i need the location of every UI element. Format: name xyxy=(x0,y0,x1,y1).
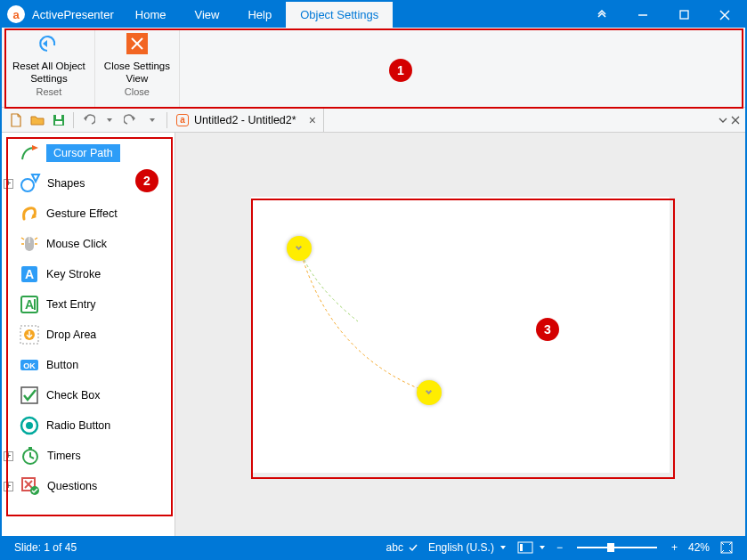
canvas-area[interactable] xyxy=(175,133,745,536)
expand-icon[interactable]: + xyxy=(4,179,13,189)
undo-dropdown[interactable] xyxy=(99,110,120,131)
fit-to-window-button[interactable] xyxy=(715,541,738,554)
undo-button[interactable] xyxy=(77,110,99,131)
mouse-click-icon xyxy=(18,232,41,256)
expand-icon[interactable]: + xyxy=(4,451,13,461)
sidebar-item-label: Gesture Effect xyxy=(46,207,118,220)
sidebar-item-label: Questions xyxy=(47,480,97,492)
check-box-icon xyxy=(18,384,41,407)
view-mode-button[interactable] xyxy=(512,541,551,554)
svg-rect-9 xyxy=(55,121,62,125)
status-bar: Slide: 1 of 45 abc English (U.S.) − + 42… xyxy=(2,536,745,558)
sidebar-item-label: Button xyxy=(46,359,78,371)
svg-text:A: A xyxy=(25,297,34,312)
chevron-down-icon xyxy=(539,544,546,551)
maximize-button[interactable] xyxy=(663,2,704,28)
slide-counter[interactable]: Slide: 1 of 45 xyxy=(9,541,82,554)
questions-icon xyxy=(19,475,42,498)
open-file-button[interactable] xyxy=(27,110,48,131)
sidebar-item-key-stroke[interactable]: A Key Stroke xyxy=(2,259,175,289)
sidebar-item-text-entry[interactable]: A Text Entry xyxy=(2,289,175,320)
sidebar-item-label: Key Stroke xyxy=(46,268,101,280)
quick-access-toolbar: a Untitled2 - Untitled2* × xyxy=(2,108,745,133)
redo-button[interactable] xyxy=(120,110,142,131)
radio-button-icon xyxy=(18,414,41,437)
svg-rect-34 xyxy=(520,544,523,551)
sidebar-item-mouse-click[interactable]: Mouse Click xyxy=(2,229,175,259)
tab-view[interactable]: View xyxy=(180,2,233,28)
sidebar-item-label: Cursor Path xyxy=(46,144,120,162)
sidebar-item-shapes[interactable]: + Shapes xyxy=(2,168,175,199)
svg-point-12 xyxy=(21,179,34,191)
panel-dropdown-button[interactable] xyxy=(717,116,729,125)
save-button[interactable] xyxy=(48,110,69,131)
ribbon-group-close: Close Settings View Close xyxy=(95,29,180,107)
reset-all-object-settings-button[interactable]: Reset All Object Settings xyxy=(12,31,85,85)
shapes-icon xyxy=(19,172,42,195)
document-tab-close[interactable]: × xyxy=(309,113,316,127)
close-label-2: View xyxy=(126,72,149,85)
ribbon-group-reset: Reset All Object Settings Reset xyxy=(4,29,95,107)
redo-dropdown[interactable] xyxy=(142,110,163,131)
button-icon: OK xyxy=(18,353,41,377)
text-entry-icon: A xyxy=(18,293,41,316)
zoom-slider[interactable] xyxy=(577,547,657,548)
expand-icon[interactable]: + xyxy=(4,482,13,491)
cursor-path-curve xyxy=(251,197,670,473)
svg-rect-1 xyxy=(680,11,688,19)
sidebar-item-radio-button[interactable]: Radio Button xyxy=(2,410,175,441)
zoom-out-button[interactable]: − xyxy=(551,541,568,554)
sidebar-item-label: Drop Area xyxy=(46,329,96,341)
sidebar-item-label: Shapes xyxy=(47,177,85,190)
sidebar-item-label: Mouse Click xyxy=(46,238,107,250)
close-button[interactable] xyxy=(704,2,745,28)
svg-text:OK: OK xyxy=(23,361,36,370)
sidebar-item-timers[interactable]: + Timers xyxy=(2,441,175,471)
zoom-level[interactable]: 42% xyxy=(683,541,715,554)
sidebar-item-questions[interactable]: + Questions xyxy=(2,471,175,501)
spellcheck-indicator[interactable]: abc xyxy=(381,541,423,554)
reset-label-1: Reset All Object xyxy=(12,60,85,72)
gesture-effect-icon xyxy=(18,202,41,225)
ribbon: Reset All Object Settings Reset Close Se… xyxy=(2,28,745,108)
drop-area-icon xyxy=(18,323,41,346)
document-tab[interactable]: a Untitled2 - Untitled2* × xyxy=(171,108,324,132)
svg-rect-28 xyxy=(28,447,32,450)
svg-rect-8 xyxy=(56,115,61,119)
reset-label-2: Settings xyxy=(30,72,68,85)
timers-icon xyxy=(19,444,42,467)
tab-help[interactable]: Help xyxy=(233,2,286,28)
cursor-path-start-point[interactable] xyxy=(287,236,312,261)
tab-object-settings[interactable]: Object Settings xyxy=(286,2,393,28)
cursor-path-icon xyxy=(18,142,41,165)
ribbon-collapse-button[interactable] xyxy=(581,2,622,28)
document-icon: a xyxy=(176,114,189,126)
close-group-label: Close xyxy=(125,86,150,97)
app-name: ActivePresenter xyxy=(30,2,121,28)
svg-point-26 xyxy=(26,422,33,429)
sidebar-item-label: Check Box xyxy=(46,389,100,402)
sidebar-item-check-box[interactable]: Check Box xyxy=(2,380,175,410)
new-file-button[interactable] xyxy=(5,110,27,131)
slide-canvas[interactable] xyxy=(251,197,670,473)
app-logo: a xyxy=(7,5,25,23)
sidebar-item-drop-area[interactable]: Drop Area xyxy=(2,320,175,350)
sidebar-item-gesture-effect[interactable]: Gesture Effect xyxy=(2,199,175,229)
sidebar-item-label: Radio Button xyxy=(46,419,110,432)
minimize-button[interactable] xyxy=(622,2,663,28)
sidebar-item-label: Text Entry xyxy=(46,298,96,311)
panel-close-button[interactable] xyxy=(729,116,742,125)
svg-text:A: A xyxy=(25,267,34,281)
sidebar-item-button[interactable]: OK Button xyxy=(2,350,175,380)
zoom-in-button[interactable]: + xyxy=(666,541,683,554)
close-settings-view-button[interactable]: Close Settings View xyxy=(104,31,170,85)
language-selector[interactable]: English (U.S.) xyxy=(423,541,512,554)
check-icon xyxy=(409,543,418,552)
undo-arrow-icon xyxy=(37,31,61,56)
reset-group-label: Reset xyxy=(37,86,62,97)
close-label-1: Close Settings xyxy=(104,60,170,72)
document-title: Untitled2 - Untitled2* xyxy=(194,114,296,126)
cursor-path-end-point[interactable] xyxy=(417,380,442,405)
sidebar-item-cursor-path[interactable]: Cursor Path xyxy=(2,138,175,168)
tab-home[interactable]: Home xyxy=(121,2,181,28)
